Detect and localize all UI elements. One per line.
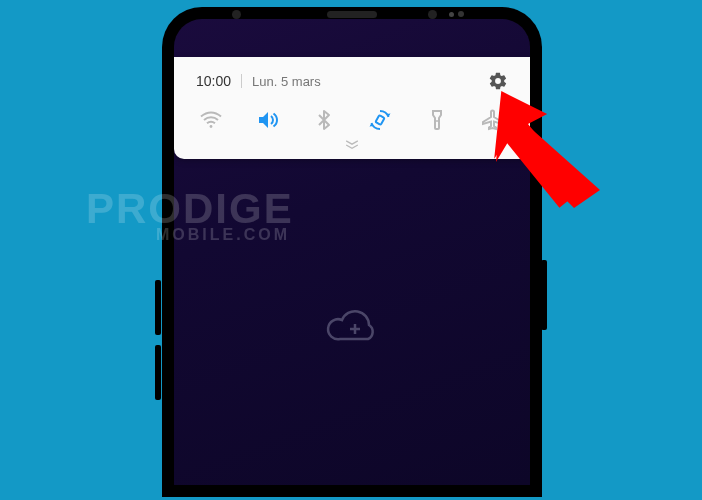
wifi-toggle[interactable]	[198, 107, 224, 133]
gear-icon	[488, 71, 508, 91]
chevron-down-icon	[342, 139, 362, 151]
airplane-icon	[481, 108, 505, 132]
phone-screen: 10:00 Lun. 5 mars	[174, 19, 530, 485]
auto-rotate-toggle[interactable]	[367, 107, 393, 133]
status-divider	[241, 74, 242, 88]
svg-rect-1	[376, 115, 385, 125]
svg-point-2	[436, 120, 438, 122]
svg-point-0	[210, 125, 213, 128]
sound-toggle[interactable]	[254, 107, 280, 133]
add-cloud-widget[interactable]	[324, 309, 380, 353]
cloud-plus-icon	[324, 309, 380, 349]
status-time-date: 10:00 Lun. 5 mars	[196, 73, 321, 89]
airplane-mode-toggle[interactable]	[480, 107, 506, 133]
status-date: Lun. 5 mars	[252, 74, 321, 89]
auto-rotate-icon	[368, 108, 392, 132]
volume-icon	[255, 108, 279, 132]
settings-button[interactable]	[488, 71, 508, 91]
phone-volume-up-button	[155, 280, 161, 335]
wifi-icon	[199, 108, 223, 132]
expand-panel-handle[interactable]	[196, 139, 508, 151]
phone-frame: 10:00 Lun. 5 mars	[162, 7, 542, 497]
bluetooth-icon	[312, 108, 336, 132]
notification-panel: 10:00 Lun. 5 mars	[174, 57, 530, 159]
quick-settings-row	[196, 107, 508, 133]
bluetooth-toggle[interactable]	[311, 107, 337, 133]
phone-volume-down-button	[155, 345, 161, 400]
status-time: 10:00	[196, 73, 231, 89]
flashlight-icon	[425, 108, 449, 132]
flashlight-toggle[interactable]	[424, 107, 450, 133]
